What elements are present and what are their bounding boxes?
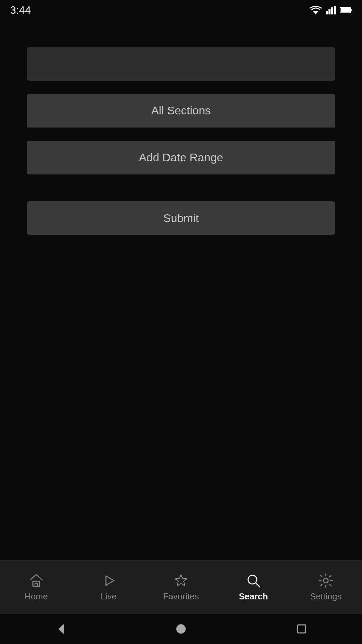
status-bar: 3:44 xyxy=(0,0,362,20)
home-button[interactable] xyxy=(171,619,191,639)
status-time: 3:44 xyxy=(10,4,31,16)
search-input[interactable] xyxy=(27,47,335,80)
android-nav-bar xyxy=(0,614,362,644)
home-icon xyxy=(28,573,44,589)
settings-icon xyxy=(318,573,334,589)
nav-item-settings[interactable]: Settings xyxy=(290,560,362,614)
svg-rect-1 xyxy=(326,11,328,14)
svg-marker-0 xyxy=(313,11,318,14)
svg-rect-6 xyxy=(351,9,352,11)
all-sections-button[interactable]: All Sections xyxy=(27,94,335,127)
wifi-icon xyxy=(310,6,322,14)
recents-button[interactable] xyxy=(292,619,312,639)
favorites-icon xyxy=(173,573,189,589)
svg-rect-7 xyxy=(341,8,350,12)
status-icons xyxy=(310,6,352,14)
svg-marker-15 xyxy=(58,624,64,634)
svg-rect-3 xyxy=(331,7,333,14)
battery-icon xyxy=(340,7,352,13)
nav-item-favorites[interactable]: Favorites xyxy=(145,560,217,614)
search-icon xyxy=(245,573,261,589)
nav-item-search[interactable]: Search xyxy=(217,560,290,614)
svg-rect-2 xyxy=(328,9,330,14)
submit-button[interactable]: Submit xyxy=(27,201,335,235)
nav-label-live: Live xyxy=(101,591,117,602)
nav-label-settings: Settings xyxy=(310,591,342,602)
back-icon xyxy=(54,623,66,635)
nav-label-favorites: Favorites xyxy=(163,591,199,602)
svg-rect-8 xyxy=(33,581,40,587)
recents-icon xyxy=(296,624,307,634)
circle-home-icon xyxy=(175,623,187,635)
live-icon xyxy=(101,573,117,589)
svg-rect-17 xyxy=(298,625,306,633)
svg-marker-11 xyxy=(175,575,187,586)
nav-label-search: Search xyxy=(239,591,268,602)
search-input-container[interactable] xyxy=(27,47,335,80)
bottom-nav: Home Live Favorites Search Settings xyxy=(0,560,362,614)
add-date-range-button[interactable]: Add Date Range xyxy=(27,141,335,174)
nav-item-live[interactable]: Live xyxy=(72,560,145,614)
nav-label-home: Home xyxy=(24,591,48,602)
svg-line-13 xyxy=(256,583,260,587)
date-range-wrapper: Add Date Range xyxy=(27,141,335,174)
svg-point-14 xyxy=(323,578,328,583)
svg-rect-4 xyxy=(334,6,336,14)
nav-item-home[interactable]: Home xyxy=(0,560,72,614)
main-content: All Sections Add Date Range Submit xyxy=(0,20,362,560)
signal-icon xyxy=(326,6,336,14)
svg-marker-10 xyxy=(106,576,114,585)
svg-point-16 xyxy=(176,624,186,634)
back-button[interactable] xyxy=(50,619,70,639)
